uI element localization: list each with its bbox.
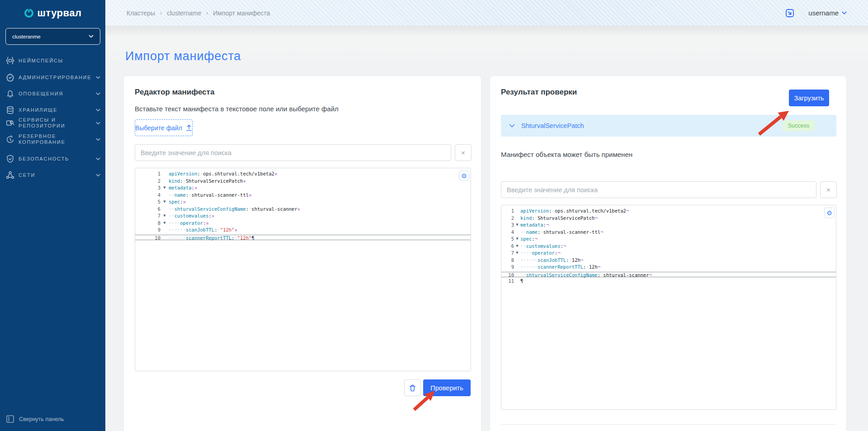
fold-arrow-icon[interactable]: ▼ <box>160 220 169 227</box>
line-number: 1 <box>135 171 160 178</box>
code-line-7: 7▼··customvalues:¤ <box>135 213 471 220</box>
logo-icon <box>24 8 34 18</box>
sidebar-item-storage[interactable]: ХРАНИЛИЩЕ <box>0 104 105 116</box>
line-number: 7 <box>501 250 514 257</box>
fold-spacer <box>514 264 520 271</box>
fold-arrow-icon[interactable]: ▼ <box>514 236 520 243</box>
username-label[interactable]: username <box>808 9 839 17</box>
result-message: Манифест объекта может быть применен <box>501 151 632 158</box>
chevron-down-icon <box>96 76 100 79</box>
fold-spacer <box>514 272 520 277</box>
editor-card-description: Вставьте текст манифеста в текстовое пол… <box>135 105 339 113</box>
code-text: ······scanJobTTL:·"12h"¤ <box>169 227 237 234</box>
sidebar-item-label: ХРАНИЛИЩЕ <box>19 107 57 113</box>
code-text: ····operator:¤ <box>169 220 209 227</box>
result-settings-button[interactable]: ⚙ <box>824 208 835 218</box>
user-chevron-down-icon[interactable] <box>842 11 847 15</box>
chevron-down-icon <box>96 174 100 177</box>
chevron-down-icon <box>96 157 100 161</box>
code-text: ······scanJobTTL:·12h¬ <box>520 257 583 264</box>
fold-spacer <box>160 227 169 234</box>
fold-arrow-icon[interactable]: ▼ <box>514 250 520 257</box>
sidebar-item-label: НЕЙМСПЕЙСЫ <box>19 58 63 64</box>
storage-icon <box>5 105 15 115</box>
networks-icon <box>5 171 15 180</box>
cluster-select[interactable]: clusteranme <box>5 28 100 45</box>
choose-file-button[interactable]: Выберите файл <box>135 119 193 136</box>
sidebar-item-alerts[interactable]: ОПОВЕЩЕНИЯ <box>0 88 105 99</box>
breadcrumb-item[interactable]: clustername <box>167 9 201 17</box>
code-text: spec:¬ <box>520 236 538 243</box>
code-text: apiVersion:·ops.shturval.tech/v1beta2¤ <box>169 171 277 178</box>
manifest-code-editor[interactable]: 1apiVersion:·ops.shturval.tech/v1beta2¤2… <box>135 168 471 371</box>
breadcrumb: Кластеры›clustername›Импорт манифеста <box>127 0 270 26</box>
page-title: Импорт манифеста <box>125 49 241 63</box>
fold-spacer <box>514 208 520 215</box>
backup-icon <box>5 135 15 144</box>
fold-spacer <box>160 171 169 178</box>
gear-icon: ⚙ <box>826 209 832 217</box>
logo-text: штурвал <box>38 7 82 19</box>
sidebar-item-networks[interactable]: СЕТИ <box>0 169 105 181</box>
code-line-5: 5▼spec:¤ <box>135 199 471 206</box>
check-pointer-arrow <box>410 386 439 412</box>
sidebar-item-security[interactable]: БЕЗОПАСНОСТЬ <box>0 153 105 165</box>
code-line-4: 4··name:·shturval-scanner-ttl¬ <box>501 229 836 236</box>
collapse-panel-label: Свернуть панель <box>19 416 64 422</box>
code-text: metadata:¤ <box>169 185 197 192</box>
breadcrumb-separator: › <box>160 10 162 16</box>
export-icon[interactable] <box>785 8 795 18</box>
code-text: ··shturvalServiceConfigName:·shturval-sc… <box>520 272 652 277</box>
result-code-editor[interactable]: 1apiVersion:·ops.shturval.tech/v1beta2¬2… <box>501 205 836 410</box>
code-text: ··name:·shturval-scanner-ttl¬ <box>520 229 603 236</box>
services-icon <box>5 118 15 128</box>
code-line-3: 3▼metadata:¬ <box>501 222 836 229</box>
line-number: 9 <box>501 264 514 271</box>
editor-search-clear-button[interactable]: × <box>455 144 472 161</box>
administration-icon <box>5 73 15 82</box>
line-number: 5 <box>135 199 160 206</box>
sidebar-item-services[interactable]: СЕРВИСЫ И РЕПОЗИТОРИИ <box>0 117 105 129</box>
code-text: kind:·ShturvalServicePatch¬ <box>520 215 598 222</box>
sidebar-item-namespaces[interactable]: НЕЙМСПЕЙСЫ <box>0 55 105 66</box>
fold-arrow-icon[interactable]: ▼ <box>160 213 169 220</box>
code-line-5: 5▼spec:¬ <box>501 236 836 243</box>
code-text: metadata:¬ <box>520 222 549 229</box>
sidebar-item-administration[interactable]: АДМИНИСТРИРОВАНИЕ <box>0 71 105 83</box>
editor-settings-button[interactable]: ⚙ <box>459 171 469 181</box>
result-search-clear-button[interactable]: × <box>820 181 837 198</box>
editor-card-title: Редактор манифеста <box>135 88 214 97</box>
sidebar-item-backup[interactable]: РЕЗЕРВНОЕ КОПИРОВАНИЕ <box>0 133 105 145</box>
fold-spacer <box>514 257 520 264</box>
line-number: 10 <box>135 235 160 240</box>
fold-spacer <box>160 206 169 213</box>
line-number: 3 <box>135 185 160 192</box>
code-line-6: 6··shturvalServiceConfigName:·shturval-s… <box>135 206 471 213</box>
line-number: 8 <box>501 257 514 264</box>
code-text: apiVersion:·ops.shturval.tech/v1beta2¬ <box>520 208 629 215</box>
accordion-title: ShturvalServicePatch <box>521 122 783 129</box>
fold-arrow-icon[interactable]: ▼ <box>514 243 520 250</box>
editor-search-input[interactable] <box>135 144 451 161</box>
manifest-editor-card: Редактор манифеста Вставьте текст манифе… <box>123 76 481 431</box>
sidebar-item-label: СЕРВИСЫ И РЕПОЗИТОРИИ <box>19 117 86 129</box>
code-text: ··customvalues:¬ <box>520 243 566 250</box>
upload-button[interactable]: Загрузить <box>789 90 829 106</box>
code-line-2: 2kind:·ShturvalServicePatch¬ <box>501 215 836 222</box>
choose-file-label: Выберите файл <box>135 124 182 132</box>
fold-arrow-icon[interactable]: ▼ <box>160 185 169 192</box>
fold-arrow-icon[interactable]: ▼ <box>514 222 520 229</box>
code-line-9: 9······scannerReportTTL:·12h¬ <box>501 264 836 271</box>
fold-arrow-icon[interactable]: ▼ <box>160 199 169 206</box>
collapse-panel-button[interactable]: Свернуть панель <box>6 415 64 423</box>
topbar-actions: username <box>785 0 847 26</box>
code-text: kind:·ShturvalServicePatch¤ <box>169 178 246 185</box>
logo: штурвал <box>0 0 105 26</box>
code-line-6: 6▼··customvalues:¬ <box>501 243 836 250</box>
sidebar-item-label: СЕТИ <box>19 172 35 178</box>
line-number: 3 <box>501 222 514 229</box>
sidebar-item-label: БЕЗОПАСНОСТЬ <box>19 156 69 162</box>
breadcrumb-item[interactable]: Кластеры <box>127 9 155 17</box>
sidebar: штурвал clusteranme НЕЙМСПЕЙСЫАДМИНИСТРИ… <box>0 0 105 431</box>
result-search-input[interactable] <box>501 181 816 198</box>
